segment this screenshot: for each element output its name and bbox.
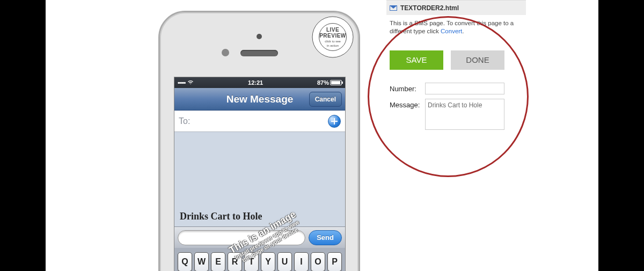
- wifi-icon: [187, 79, 194, 86]
- badge-sub2: in action: [327, 44, 339, 47]
- message-label: Message:: [390, 99, 425, 109]
- compose-row: Send: [174, 226, 345, 248]
- phone-speaker: [240, 50, 278, 56]
- number-label: Number:: [390, 83, 425, 93]
- convert-link[interactable]: Convert: [441, 28, 462, 34]
- editor-panel: TEXTORDER2.html This is a SMS page. To c…: [386, 0, 526, 132]
- key-w[interactable]: W: [194, 252, 209, 271]
- key-e[interactable]: E: [211, 252, 225, 271]
- key-r[interactable]: R: [228, 252, 242, 271]
- number-row: Number:: [386, 80, 526, 97]
- file-name: TEXTORDER2.html: [400, 4, 459, 12]
- add-contact-button[interactable]: [328, 115, 341, 128]
- compose-input[interactable]: [178, 230, 305, 245]
- badge-line1: LIVE: [326, 27, 339, 33]
- nav-title: New Message: [226, 93, 294, 105]
- phone-camera: [257, 34, 262, 39]
- left-border: [0, 0, 46, 271]
- phone-mockup: ••••• 12:21 87% New Message Cancel To:: [158, 11, 360, 271]
- done-button[interactable]: DONE: [451, 50, 504, 70]
- key-q[interactable]: Q: [178, 252, 192, 271]
- to-row: To:: [174, 111, 345, 132]
- status-bar: ••••• 12:21 87%: [174, 77, 345, 88]
- save-button[interactable]: SAVE: [390, 50, 443, 70]
- live-preview-badge[interactable]: // draw scallop ring once DOM ready belo…: [311, 16, 354, 58]
- key-o[interactable]: O: [311, 252, 325, 271]
- battery-percent: 87%: [317, 79, 329, 86]
- message-input[interactable]: Drinks Cart to Hole: [425, 99, 504, 130]
- signal-icon: •••••: [178, 79, 185, 86]
- key-i[interactable]: I: [294, 252, 309, 271]
- info-text: This is a SMS page. To convert this page…: [386, 15, 526, 41]
- key-p[interactable]: P: [327, 252, 342, 271]
- status-time: 12:21: [248, 79, 263, 86]
- keyboard: QWERTYUIOP: [174, 248, 345, 271]
- message-row: Message: Drinks Cart to Hole: [386, 97, 526, 132]
- cancel-button[interactable]: Cancel: [309, 92, 342, 107]
- phone-screen: ••••• 12:21 87% New Message Cancel To:: [174, 77, 346, 271]
- key-u[interactable]: U: [277, 252, 292, 271]
- message-preview-text: Drinks Cart to Hole: [180, 211, 262, 222]
- file-header: TEXTORDER2.html: [386, 0, 526, 15]
- key-y[interactable]: Y: [261, 252, 275, 271]
- right-border: [598, 0, 644, 271]
- button-row: SAVE DONE: [386, 41, 526, 80]
- nav-bar: New Message Cancel: [174, 88, 345, 111]
- phone-sensor: [222, 49, 229, 56]
- number-input[interactable]: [425, 83, 504, 94]
- badge-sub1: click to see: [325, 40, 341, 43]
- keyboard-row: QWERTYUIOP: [177, 252, 343, 271]
- sms-icon: [390, 5, 397, 11]
- message-area: Drinks Cart to Hole: [174, 132, 345, 226]
- content-area: ••••• 12:21 87% New Message Cancel To:: [46, 0, 598, 271]
- battery-icon: [330, 80, 342, 85]
- key-t[interactable]: T: [244, 252, 259, 271]
- send-button[interactable]: Send: [309, 230, 342, 245]
- badge-line2: PREVIEW: [319, 33, 346, 39]
- to-label: To:: [179, 116, 190, 126]
